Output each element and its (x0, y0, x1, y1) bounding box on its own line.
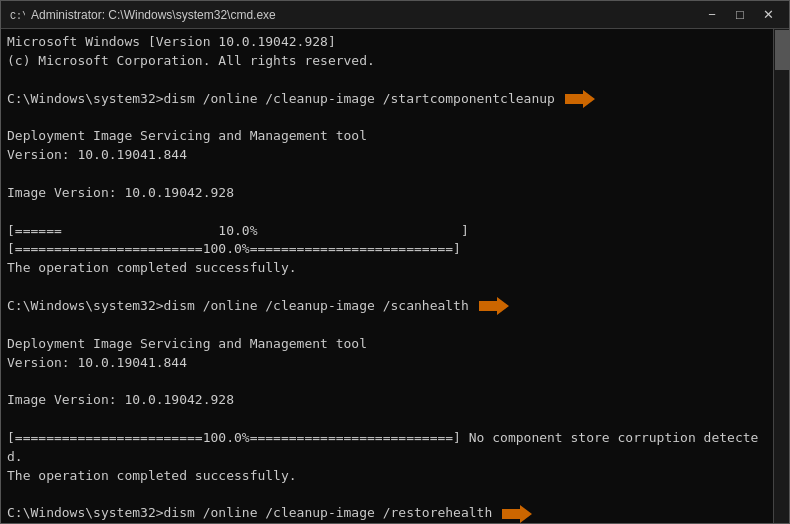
cmd-icon: C:\ (9, 7, 25, 23)
minimize-button[interactable]: − (699, 5, 725, 25)
scrollbar[interactable] (773, 29, 789, 523)
console-area[interactable]: Microsoft Windows [Version 10.0.19042.92… (1, 29, 789, 523)
console-content: Microsoft Windows [Version 10.0.19042.92… (7, 33, 783, 523)
title-bar: C:\ Administrator: C:\Windows\system32\c… (1, 1, 789, 29)
svg-marker-3 (479, 297, 509, 315)
svg-marker-2 (565, 90, 595, 108)
svg-marker-4 (502, 505, 532, 523)
window-controls: − □ ✕ (699, 5, 781, 25)
console-output: Microsoft Windows [Version 10.0.19042.92… (7, 33, 765, 523)
svg-text:C:\: C:\ (10, 11, 25, 22)
cmd-window: C:\ Administrator: C:\Windows\system32\c… (0, 0, 790, 524)
close-button[interactable]: ✕ (755, 5, 781, 25)
window-title: Administrator: C:\Windows\system32\cmd.e… (31, 8, 699, 22)
maximize-button[interactable]: □ (727, 5, 753, 25)
scrollbar-thumb[interactable] (775, 30, 789, 70)
